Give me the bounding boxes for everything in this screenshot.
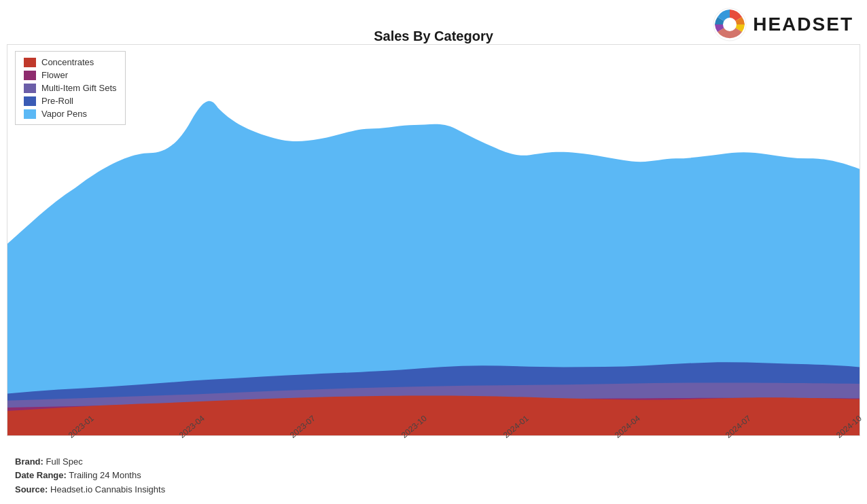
chart-svg bbox=[7, 45, 860, 435]
legend-label-gift-sets: Multi-Item Gift Sets bbox=[41, 83, 117, 93]
legend-item-concentrates: Concentrates bbox=[24, 57, 117, 67]
daterange-value: Trailing 24 Months bbox=[69, 470, 141, 480]
brand-label: Brand: bbox=[15, 456, 43, 467]
legend-label-concentrates: Concentrates bbox=[41, 57, 94, 67]
chart-area bbox=[7, 44, 860, 436]
footer-brand: Brand: Full Spec bbox=[15, 455, 165, 469]
daterange-label: Date Range: bbox=[15, 470, 67, 480]
legend-label-flower: Flower bbox=[41, 70, 68, 80]
legend-swatch-pre-roll bbox=[24, 96, 36, 106]
legend-label-pre-roll: Pre-Roll bbox=[41, 96, 73, 106]
chart-legend: Concentrates Flower Multi-Item Gift Sets… bbox=[15, 51, 126, 125]
chart-title: Sales By Category bbox=[0, 29, 867, 44]
legend-swatch-concentrates bbox=[24, 58, 36, 67]
legend-item-pre-roll: Pre-Roll bbox=[24, 96, 117, 106]
legend-item-vapor-pens: Vapor Pens bbox=[24, 109, 117, 119]
footer-source: Source: Headset.io Cannabis Insights bbox=[15, 483, 165, 497]
footer-daterange: Date Range: Trailing 24 Months bbox=[15, 469, 165, 483]
legend-label-vapor-pens: Vapor Pens bbox=[41, 109, 87, 119]
footer-info: Brand: Full Spec Date Range: Trailing 24… bbox=[15, 455, 165, 497]
legend-item-gift-sets: Multi-Item Gift Sets bbox=[24, 83, 117, 93]
page-container: HEADSET Sales By Category Concentrates F… bbox=[0, 0, 867, 504]
legend-item-flower: Flower bbox=[24, 70, 117, 80]
brand-value: Full Spec bbox=[46, 456, 83, 467]
legend-swatch-flower bbox=[24, 71, 36, 80]
legend-swatch-vapor-pens bbox=[24, 109, 36, 119]
legend-swatch-gift-sets bbox=[24, 84, 36, 93]
source-label: Source: bbox=[15, 484, 48, 494]
source-value: Headset.io Cannabis Insights bbox=[50, 484, 165, 494]
